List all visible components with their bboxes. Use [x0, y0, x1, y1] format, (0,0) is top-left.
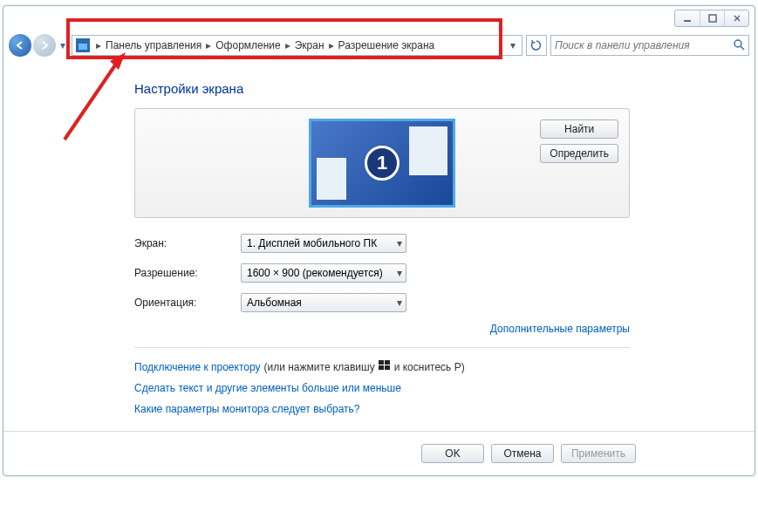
chevron-right-icon: ▸	[93, 39, 104, 51]
projector-hint-text: (или нажмите клавишу	[264, 361, 375, 373]
ok-button[interactable]: OK	[421, 444, 484, 463]
breadcrumb-item[interactable]: Оформление	[215, 39, 280, 51]
projector-hint-text-2: и коснитесь P)	[394, 361, 465, 373]
windows-key-icon	[379, 360, 391, 373]
cancel-button[interactable]: Отмена	[491, 444, 554, 463]
control-panel-icon	[76, 38, 90, 52]
resolution-label: Разрешение:	[134, 267, 241, 279]
svg-rect-11	[385, 360, 390, 365]
minimize-button[interactable]	[675, 10, 700, 26]
chevron-down-icon: ▾	[397, 297, 402, 309]
control-panel-window: ▾ ▸ Панель управления ▸ Оформление ▸ Экр…	[3, 5, 755, 476]
back-button[interactable]	[9, 34, 31, 57]
svg-line-7	[741, 46, 744, 50]
svg-rect-12	[379, 365, 384, 370]
orientation-select[interactable]: Альбомная ▾	[241, 293, 406, 312]
orientation-label: Ориентация:	[134, 297, 241, 309]
svg-rect-5	[79, 41, 87, 44]
divider	[134, 347, 630, 348]
history-dropdown[interactable]: ▾	[58, 39, 68, 51]
search-icon	[733, 38, 745, 53]
monitor-thumbnail[interactable]: 1	[309, 119, 455, 208]
display-select[interactable]: 1. Дисплей мобильного ПК ▾	[241, 234, 406, 253]
projector-link[interactable]: Подключение к проектору	[134, 361, 261, 373]
resolution-select-value: 1600 × 900 (рекомендуется)	[247, 267, 383, 279]
breadcrumb-item[interactable]: Разрешение экрана	[338, 39, 435, 51]
refresh-button[interactable]	[526, 35, 547, 56]
dialog-button-row: OK Отмена Применить	[3, 431, 755, 475]
advanced-settings-link[interactable]: Дополнительные параметры	[490, 323, 630, 335]
svg-rect-0	[684, 20, 691, 22]
monitor-preview-window	[317, 158, 346, 200]
address-dropdown[interactable]: ▾	[506, 39, 520, 51]
chevron-right-icon: ▸	[283, 39, 293, 51]
maximize-button[interactable]	[700, 10, 724, 26]
resolution-select[interactable]: 1600 × 900 (рекомендуется) ▾	[241, 263, 406, 283]
orientation-select-value: Альбомная	[247, 297, 302, 309]
display-select-value: 1. Дисплей мобильного ПК	[247, 237, 377, 249]
display-preview-panel: 1 Найти Определить	[134, 108, 630, 218]
content-area: Настройки экрана 1 Найти Определить Экра…	[3, 60, 755, 426]
svg-point-6	[734, 40, 741, 47]
breadcrumb-item[interactable]: Экран	[295, 39, 324, 51]
forward-button[interactable]	[33, 34, 56, 57]
svg-rect-1	[709, 15, 716, 22]
chevron-right-icon: ▸	[203, 39, 214, 51]
address-bar[interactable]: ▸ Панель управления ▸ Оформление ▸ Экран…	[72, 35, 522, 56]
svg-rect-10	[379, 360, 384, 365]
monitor-preview-window	[409, 126, 447, 175]
chevron-down-icon: ▾	[397, 267, 402, 279]
apply-button[interactable]: Применить	[561, 444, 636, 463]
window-control-buttons	[674, 10, 749, 27]
breadcrumb-item[interactable]: Панель управления	[106, 39, 201, 51]
text-size-link[interactable]: Сделать текст и другие элементы больше и…	[134, 382, 401, 394]
back-forward-group: ▾	[9, 34, 68, 57]
chevron-right-icon: ▸	[326, 39, 337, 51]
display-label: Экран:	[134, 237, 241, 249]
navigation-bar: ▾ ▸ Панель управления ▸ Оформление ▸ Экр…	[3, 31, 755, 60]
svg-rect-13	[385, 365, 390, 370]
search-input[interactable]	[555, 39, 729, 51]
find-button[interactable]: Найти	[540, 119, 618, 139]
search-box[interactable]	[550, 35, 749, 56]
page-title: Настройки экрана	[134, 81, 755, 96]
monitor-number-badge: 1	[365, 146, 399, 181]
chevron-down-icon: ▾	[397, 237, 402, 249]
close-button[interactable]	[724, 10, 748, 26]
detect-button[interactable]: Определить	[540, 144, 618, 163]
which-settings-link[interactable]: Какие параметры монитора следует выбрать…	[134, 403, 360, 415]
titlebar	[3, 6, 755, 31]
